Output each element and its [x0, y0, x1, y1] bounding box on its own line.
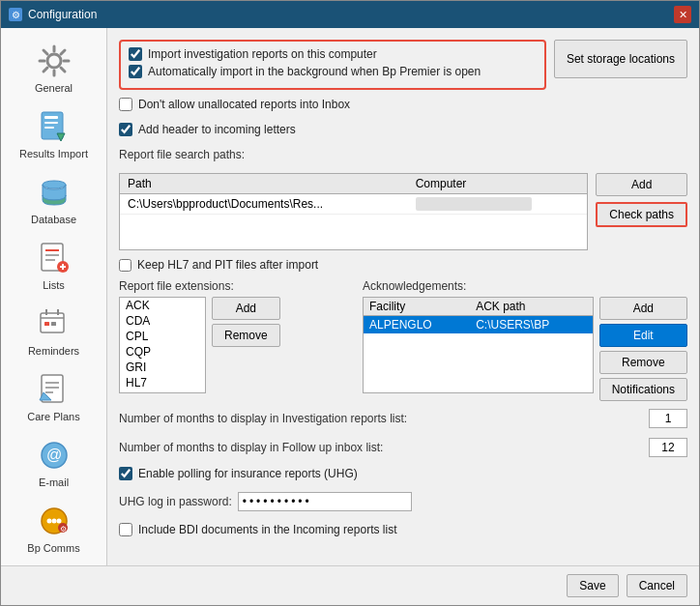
ack-buttons: Add Edit Remove Notifications	[599, 297, 687, 401]
content-area: General Results Import	[1, 28, 699, 565]
sidebar-label-results-import: Results Import	[19, 148, 88, 159]
sidebar-label-bp-comms: Bp Comms	[27, 542, 79, 554]
uhg-password-input[interactable]	[238, 492, 412, 511]
paths-label: Report file search paths:	[119, 148, 687, 161]
extensions-section: Report file extensions: ACK CDA CPL CQP …	[119, 279, 351, 393]
path-row-1[interactable]: C:\Users\bpproduct\Documents\Res...	[120, 194, 587, 215]
months1-input[interactable]	[649, 409, 687, 428]
extensions-label: Report file extensions:	[119, 279, 351, 293]
sidebar: General Results Import	[1, 28, 107, 565]
sidebar-label-reminders: Reminders	[28, 345, 79, 357]
ack-row-1[interactable]: ALPENGLO C:\USERS\BP	[364, 316, 593, 334]
check-paths-button[interactable]: Check paths	[596, 202, 687, 227]
checkbox-row-2: Automatically import in the background w…	[129, 65, 537, 78]
unallocated-label: Don't allow unallocated reports into Inb…	[138, 98, 350, 111]
svg-line-5	[44, 50, 47, 54]
set-storage-button[interactable]: Set storage locations	[554, 40, 687, 78]
hl7-label: Keep HL7 and PIT files after import	[137, 258, 318, 272]
svg-text:@: @	[45, 447, 61, 463]
ext-item-cda: CDA	[120, 313, 205, 329]
sidebar-item-lists[interactable]: Lists	[8, 233, 100, 297]
add-header-checkbox[interactable]	[119, 123, 132, 136]
svg-point-38	[56, 519, 61, 524]
sidebar-item-general[interactable]: General	[8, 36, 100, 100]
ack-path-col-header: ACK path	[470, 298, 592, 316]
hl7-row: Keep HL7 and PIT files after import	[119, 258, 687, 272]
titlebar-left: ⚙ Configuration	[9, 8, 97, 21]
reminders-icon	[32, 304, 76, 343]
notifications-button[interactable]: Notifications	[599, 378, 687, 401]
svg-rect-12	[44, 127, 54, 129]
footer: Save Cancel	[1, 565, 699, 605]
titlebar: ⚙ Configuration ✕	[1, 1, 699, 28]
svg-rect-10	[44, 116, 58, 119]
close-button[interactable]: ✕	[674, 6, 691, 23]
ext-inner: ACK CDA CPL CQP GRI HL7 HL7 Add Remove	[119, 297, 351, 393]
general-icon	[32, 42, 76, 80]
polling-label: Enable polling for insurance reports (UH…	[138, 467, 358, 480]
sidebar-label-lists: Lists	[43, 279, 65, 291]
bdi-checkbox[interactable]	[119, 523, 132, 536]
months-row-2: Number of months to display in Follow up…	[119, 438, 687, 457]
auto-import-checkbox[interactable]	[129, 65, 142, 78]
ack-table: Facility ACK path ALPENGLO C:\USERS\BP	[364, 298, 593, 333]
svg-rect-27	[51, 322, 56, 326]
svg-point-0	[47, 54, 61, 68]
path-cell: C:\Users\bpproduct\Documents\Res...	[120, 194, 408, 215]
main-content: Import investigation reports on this com…	[107, 28, 699, 565]
database-icon	[32, 173, 76, 212]
cancel-button[interactable]: Cancel	[627, 574, 687, 597]
bdi-row: Include BDI documents in the Incoming re…	[119, 523, 687, 536]
configuration-window: ⚙ Configuration ✕	[0, 0, 700, 606]
window-title: Configuration	[28, 8, 97, 21]
ack-table-container: Facility ACK path ALPENGLO C:\USERS\BP	[363, 297, 594, 393]
sidebar-label-care-plans: Care Plans	[27, 411, 79, 422]
sidebar-label-email: E-mail	[39, 476, 69, 488]
add-extension-button[interactable]: Add	[212, 297, 280, 320]
months2-input[interactable]	[649, 438, 687, 457]
remove-extension-button[interactable]: Remove	[212, 324, 280, 347]
svg-line-6	[61, 68, 65, 72]
sidebar-label-database: Database	[31, 214, 76, 225]
ext-item-ack: ACK	[120, 298, 205, 313]
app-icon: ⚙	[9, 8, 22, 21]
sidebar-item-reminders[interactable]: Reminders	[8, 299, 100, 362]
computer-value	[416, 197, 532, 211]
edit-ack-button[interactable]: Edit	[599, 324, 687, 347]
top-row: Import investigation reports on this com…	[119, 40, 687, 90]
paths-table-container: Path Computer C:\Users\bpproduct\Documen…	[119, 173, 588, 250]
path-col-header: Path	[120, 174, 408, 194]
add-header-label: Add header to incoming letters	[138, 123, 296, 136]
import-reports-label: Import investigation reports on this com…	[148, 47, 377, 61]
save-button[interactable]: Save	[567, 574, 618, 597]
paths-row: Path Computer C:\Users\bpproduct\Documen…	[119, 173, 687, 250]
import-reports-checkbox[interactable]	[129, 47, 142, 61]
ext-item-hl7-2: HL7	[120, 390, 205, 393]
add-ack-button[interactable]: Add	[599, 297, 687, 320]
sidebar-item-care-plans[interactable]: Care Plans	[8, 364, 100, 428]
remove-ack-button[interactable]: Remove	[599, 351, 687, 374]
extensions-ack-row: Report file extensions: ACK CDA CPL CQP …	[119, 279, 687, 401]
checkbox-row-3: Don't allow unallocated reports into Inb…	[119, 98, 687, 111]
add-path-button[interactable]: Add	[596, 173, 687, 196]
sidebar-item-bp-comms[interactable]: ⚙ Bp Comms	[8, 496, 100, 560]
polling-checkbox[interactable]	[119, 467, 132, 480]
months2-label: Number of months to display in Follow up…	[119, 441, 643, 454]
months1-label: Number of months to display in Investiga…	[119, 412, 643, 425]
checkbox-row-4: Add header to incoming letters	[119, 123, 687, 136]
svg-point-36	[46, 519, 51, 524]
ext-item-hl7: HL7	[120, 375, 205, 390]
sidebar-item-email[interactable]: @ E-mail	[8, 430, 100, 494]
extensions-list[interactable]: ACK CDA CPL CQP GRI HL7 HL7	[119, 297, 206, 393]
checkbox-row-1: Import investigation reports on this com…	[129, 47, 537, 61]
svg-text:⚙: ⚙	[59, 525, 66, 534]
paths-table: Path Computer C:\Users\bpproduct\Documen…	[120, 174, 587, 215]
sidebar-item-database[interactable]: Database	[8, 167, 100, 231]
paths-buttons: Add Check paths	[596, 173, 687, 227]
results-import-icon	[32, 107, 76, 146]
svg-line-7	[61, 50, 65, 54]
unallocated-checkbox[interactable]	[119, 98, 132, 111]
hl7-checkbox[interactable]	[119, 259, 131, 272]
ext-item-cpl: CPL	[120, 329, 205, 344]
sidebar-item-results-import[interactable]: Results Import	[8, 101, 100, 165]
